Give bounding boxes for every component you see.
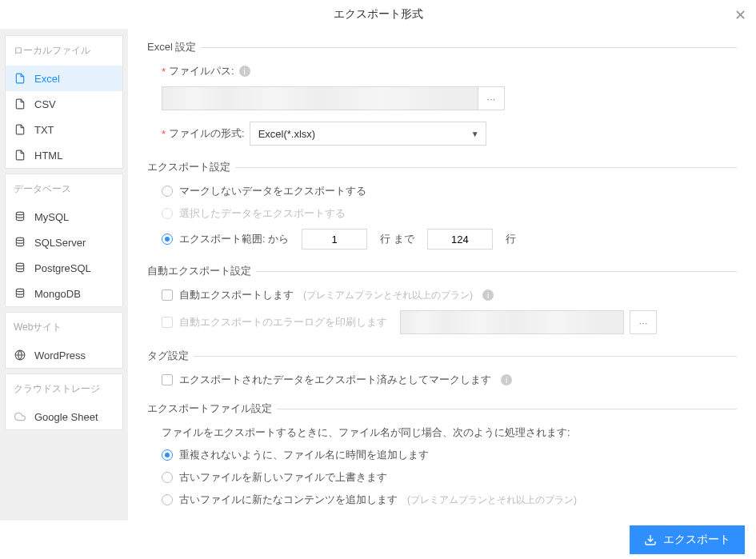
checkbox-auto-export[interactable] bbox=[162, 289, 173, 301]
export-button[interactable]: エクスポート bbox=[630, 525, 745, 554]
svg-point-3 bbox=[16, 289, 23, 292]
legend-text: Excel 設定 bbox=[147, 40, 196, 54]
radio-overwrite[interactable] bbox=[162, 472, 173, 483]
file-icon bbox=[14, 123, 26, 136]
sidebar-group-header: Webサイト bbox=[6, 313, 122, 342]
sidebar-group-local: ローカルファイル Excel CSV TXT HTML bbox=[5, 35, 123, 169]
svg-point-0 bbox=[16, 212, 23, 215]
opt-log-label: 自動エクスポートのエラーログを印刷します bbox=[179, 315, 387, 329]
database-icon bbox=[14, 210, 26, 223]
sidebar-group-header: ローカルファイル bbox=[6, 36, 122, 66]
radio-timestamp[interactable] bbox=[162, 449, 173, 461]
sidebar-item-label: MySQL bbox=[34, 211, 69, 223]
legend-text: エクスポートファイル設定 bbox=[147, 401, 272, 416]
legend-text: 自動エクスポート設定 bbox=[147, 264, 251, 278]
sidebar-group-header: クラウドストレージ bbox=[6, 374, 122, 404]
sidebar-item-label: SQLServer bbox=[34, 237, 86, 249]
radio-unmarked[interactable] bbox=[162, 186, 173, 197]
sidebar-item-txt[interactable]: TXT bbox=[6, 117, 122, 142]
cloud-icon bbox=[14, 410, 26, 423]
sidebar: ローカルファイル Excel CSV TXT HTML データベース bbox=[0, 29, 128, 521]
sidebar-group-database: データベース MySQL SQLServer PostgreSQL MongoD… bbox=[5, 174, 123, 307]
file-format-select[interactable]: Excel(*.xlsx) ▼ bbox=[250, 122, 486, 146]
opt-append-sub: (プレミアムプランとそれ以上のプラン) bbox=[407, 493, 577, 507]
content-panel: Excel 設定 *ファイルパス:i ··· *ファイルの形式: Excel(*… bbox=[128, 29, 756, 521]
opt-timestamp-label: 重複されないように、ファイル名に時間を追加します bbox=[179, 448, 429, 462]
sidebar-item-label: WordPress bbox=[34, 349, 86, 361]
file-hint: ファイルをエクスポートするときに、ファイル名が同じ場合、次のように処理されます: bbox=[147, 425, 737, 440]
opt-auto-label: 自動エクスポートします bbox=[179, 288, 294, 302]
radio-selected bbox=[162, 208, 173, 219]
sidebar-item-csv[interactable]: CSV bbox=[6, 91, 122, 117]
svg-point-1 bbox=[16, 238, 23, 241]
dialog-title: エクスポート形式 bbox=[334, 7, 423, 22]
database-icon bbox=[14, 236, 26, 249]
file-icon bbox=[14, 72, 26, 85]
range-mid-label: 行 まで bbox=[380, 232, 414, 246]
export-icon bbox=[644, 533, 657, 546]
globe-icon bbox=[14, 349, 26, 361]
opt-range-label: エクスポート範囲: から bbox=[179, 232, 289, 246]
sidebar-item-mysql[interactable]: MySQL bbox=[6, 204, 122, 230]
database-icon bbox=[14, 262, 26, 274]
sidebar-item-sqlserver[interactable]: SQLServer bbox=[6, 230, 122, 255]
fieldset-auto-export: 自動エクスポート設定 自動エクスポートします (プレミアムプランとそれ以上のプラ… bbox=[147, 264, 737, 334]
select-value: Excel(*.xlsx) bbox=[258, 128, 316, 140]
sidebar-item-label: Excel bbox=[34, 73, 60, 85]
svg-point-2 bbox=[16, 263, 23, 266]
sidebar-item-label: HTML bbox=[34, 150, 62, 162]
sidebar-group-header: データベース bbox=[6, 174, 122, 204]
legend-text: エクスポート設定 bbox=[147, 160, 230, 174]
file-icon bbox=[14, 98, 26, 110]
sidebar-item-wordpress[interactable]: WordPress bbox=[6, 342, 122, 368]
legend-text: タグ設定 bbox=[147, 349, 189, 363]
file-path-label: *ファイルパス:i bbox=[162, 64, 250, 78]
sidebar-item-html[interactable]: HTML bbox=[6, 142, 122, 168]
sidebar-group-website: Webサイト WordPress bbox=[5, 312, 123, 369]
file-icon bbox=[14, 149, 26, 162]
fieldset-export: エクスポート設定 マークしないデータをエクスポートする 選択したデータをエクスポ… bbox=[147, 160, 737, 250]
radio-range[interactable] bbox=[162, 234, 173, 245]
export-button-label: エクスポート bbox=[663, 533, 730, 547]
checkbox-mark-exported[interactable] bbox=[162, 374, 173, 385]
browse-log-button[interactable]: ··· bbox=[630, 310, 657, 334]
sidebar-item-label: MongoDB bbox=[34, 288, 81, 300]
range-from-input[interactable] bbox=[302, 229, 367, 250]
range-to-input[interactable] bbox=[427, 229, 493, 250]
info-icon[interactable]: i bbox=[501, 374, 512, 385]
chevron-down-icon: ▼ bbox=[471, 130, 479, 138]
opt-selected-label: 選択したデータをエクスポートする bbox=[179, 206, 346, 221]
sidebar-item-label: TXT bbox=[34, 124, 54, 136]
opt-overwrite-label: 古いファイルを新しいファイルで上書きます bbox=[179, 470, 387, 485]
log-path-input[interactable] bbox=[400, 310, 624, 334]
file-format-label: *ファイルの形式: bbox=[162, 126, 245, 141]
sidebar-item-excel[interactable]: Excel bbox=[6, 66, 122, 91]
sidebar-item-mongodb[interactable]: MongoDB bbox=[6, 281, 122, 306]
sidebar-item-googlesheet[interactable]: Google Sheet bbox=[6, 404, 122, 429]
info-icon[interactable]: i bbox=[239, 66, 250, 77]
opt-unmarked-label: マークしないデータをエクスポートする bbox=[179, 184, 366, 198]
opt-auto-sub: (プレミアムプランとそれ以上のプラン) bbox=[303, 289, 473, 302]
fieldset-excel: Excel 設定 *ファイルパス:i ··· *ファイルの形式: Excel(*… bbox=[147, 40, 737, 146]
sidebar-item-label: Google Sheet bbox=[34, 411, 98, 423]
footer: エクスポート bbox=[0, 521, 756, 559]
range-suffix-label: 行 bbox=[506, 232, 516, 246]
file-path-input[interactable] bbox=[162, 86, 478, 110]
sidebar-item-label: CSV bbox=[34, 98, 56, 110]
radio-append[interactable] bbox=[162, 494, 173, 505]
sidebar-item-label: PostgreSQL bbox=[34, 262, 91, 274]
fieldset-tag: タグ設定 エクスポートされたデータをエクスポート済みとしてマークします i bbox=[147, 349, 737, 387]
dialog-header: エクスポート形式 ✕ bbox=[0, 0, 756, 29]
opt-mark-label: エクスポートされたデータをエクスポート済みとしてマークします bbox=[179, 373, 491, 387]
sidebar-item-postgresql[interactable]: PostgreSQL bbox=[6, 255, 122, 281]
fieldset-file: エクスポートファイル設定 ファイルをエクスポートするときに、ファイル名が同じ場合… bbox=[147, 401, 737, 507]
browse-button[interactable]: ··· bbox=[478, 86, 505, 110]
close-icon[interactable]: ✕ bbox=[734, 6, 746, 24]
opt-append-label: 古いファイルに新たなコンテンツを追加します bbox=[179, 493, 398, 507]
checkbox-print-log bbox=[162, 317, 173, 328]
database-icon bbox=[14, 287, 26, 300]
sidebar-group-cloud: クラウドストレージ Google Sheet bbox=[5, 373, 123, 430]
info-icon[interactable]: i bbox=[482, 289, 494, 301]
